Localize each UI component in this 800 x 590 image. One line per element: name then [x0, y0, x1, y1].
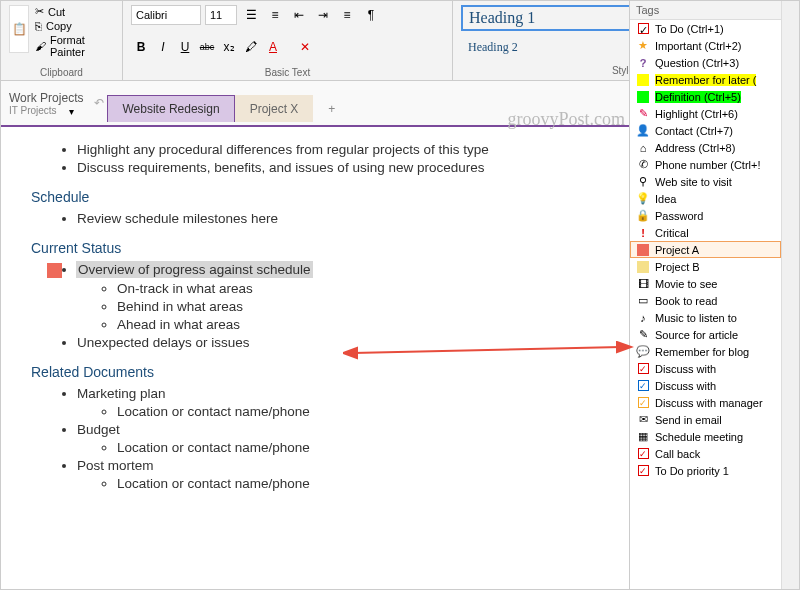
- tag-label: Contact (Ctrl+7): [655, 125, 733, 137]
- check-r-icon: ✓: [636, 362, 650, 376]
- tag-label: Question (Ctrl+3): [655, 57, 739, 69]
- tab-project-x[interactable]: Project X: [235, 95, 314, 122]
- tag-item-call-back[interactable]: ✓Call back: [630, 445, 781, 462]
- bullet-item[interactable]: Location or contact name/phone: [117, 476, 601, 491]
- bullet-item[interactable]: Marketing plan Location or contact name/…: [77, 386, 601, 419]
- bullet-item[interactable]: Post mortem Location or contact name/pho…: [77, 458, 601, 491]
- tag-item-source-for-article[interactable]: ✎Source for article: [630, 326, 781, 343]
- tag-label: Idea: [655, 193, 676, 205]
- format-painter-button[interactable]: 🖌Format Painter: [35, 34, 114, 58]
- tag-item-web-site-to-visit[interactable]: ⚲Web site to visit: [630, 173, 781, 190]
- selected-text[interactable]: Overview of progress against schedule: [76, 261, 313, 278]
- font-name-select[interactable]: Calibri: [131, 5, 201, 25]
- tag-item-contact-ctrl-7[interactable]: 👤Contact (Ctrl+7): [630, 122, 781, 139]
- subscript-button[interactable]: x₂: [219, 37, 239, 57]
- tags-list[interactable]: ✓To Do (Ctrl+1)★Important (Ctrl+2)?Quest…: [630, 20, 781, 479]
- phone-icon: ✆: [636, 158, 650, 172]
- checkbox-icon: ✓: [636, 22, 650, 36]
- chevron-down-icon: ▾: [65, 106, 78, 117]
- tag-item-music-to-listen-to[interactable]: ♪Music to listen to: [630, 309, 781, 326]
- outdent-button[interactable]: ⇤: [289, 5, 309, 25]
- tag-item-schedule-meeting[interactable]: ▦Schedule meeting: [630, 428, 781, 445]
- film-icon: 🎞: [636, 277, 650, 291]
- italic-button[interactable]: I: [153, 37, 173, 57]
- hl-yellow-icon: [636, 73, 650, 87]
- clear-format-button[interactable]: ✕: [295, 37, 315, 57]
- tag-item-remember-for-blog[interactable]: 💬Remember for blog: [630, 343, 781, 360]
- section-related-documents[interactable]: Related Documents: [31, 364, 601, 380]
- nav-back-icon[interactable]: ↶: [91, 96, 107, 110]
- cut-button[interactable]: ✂Cut: [35, 5, 114, 18]
- home-icon: ⌂: [636, 141, 650, 155]
- tag-item-project-b[interactable]: Project B: [630, 258, 781, 275]
- strike-button[interactable]: abc: [197, 37, 217, 57]
- font-color-button[interactable]: A: [263, 37, 283, 57]
- bullets-button[interactable]: ☰: [241, 5, 261, 25]
- scrollbar[interactable]: [781, 1, 799, 590]
- align-button[interactable]: ≡: [337, 5, 357, 25]
- tag-item-discuss-with-person[interactable]: ✓Discuss with: [630, 360, 781, 377]
- tag-indicator-project-a: [47, 263, 62, 278]
- basic-text-group: Calibri 11 ☰ ≡ ⇤ ⇥ ≡ ¶ B I U abc x₂ 🖍 A …: [123, 1, 453, 80]
- bullet-item[interactable]: Location or contact name/phone: [117, 440, 601, 455]
- paragraph-mark-button[interactable]: ¶: [361, 5, 381, 25]
- tag-item-highlight-ctrl-6[interactable]: ✎Highlight (Ctrl+6): [630, 105, 781, 122]
- tag-item-definition-ctrl-5[interactable]: Definition (Ctrl+5): [630, 88, 781, 105]
- bullet-item[interactable]: Budget Location or contact name/phone: [77, 422, 601, 455]
- check-r-icon: ✓: [636, 447, 650, 461]
- tag-item-project-a[interactable]: Project A: [630, 241, 781, 258]
- document-area[interactable]: Highlight any procedural differences fro…: [1, 127, 631, 587]
- bullet-item[interactable]: Ahead in what areas: [117, 317, 601, 332]
- copy-icon: ⎘: [35, 20, 42, 32]
- tag-item-phone-number-ctrl[interactable]: ✆Phone number (Ctrl+!: [630, 156, 781, 173]
- tag-item-remember-for-later[interactable]: Remember for later (: [630, 71, 781, 88]
- tag-item-discuss-with-manager[interactable]: ✓Discuss with manager: [630, 394, 781, 411]
- highlight-button[interactable]: 🖍: [241, 37, 261, 57]
- bullet-item[interactable]: Unexpected delays or issues: [77, 335, 601, 350]
- brush-icon: 🖌: [35, 40, 46, 52]
- lock-icon: 🔒: [636, 209, 650, 223]
- tab-add-button[interactable]: +: [313, 95, 343, 122]
- tab-website-redesign[interactable]: Website Redesign: [107, 95, 234, 122]
- tag-item-to-do-ctrl-1[interactable]: ✓To Do (Ctrl+1): [630, 20, 781, 37]
- book-icon: ▭: [636, 294, 650, 308]
- tag-item-important-ctrl-2[interactable]: ★Important (Ctrl+2): [630, 37, 781, 54]
- tag-label: Discuss with: [655, 363, 716, 375]
- tag-item-send-in-email[interactable]: ✉Send in email: [630, 411, 781, 428]
- tag-item-question-ctrl-3[interactable]: ?Question (Ctrl+3): [630, 54, 781, 71]
- tag-item-critical[interactable]: !Critical: [630, 224, 781, 241]
- bullet-item[interactable]: Highlight any procedural differences fro…: [77, 142, 601, 157]
- bullet-item[interactable]: Review schedule milestones here: [77, 211, 601, 226]
- paste-button[interactable]: 📋: [9, 5, 29, 53]
- notebook-title: Work Projects: [1, 89, 91, 105]
- bold-button[interactable]: B: [131, 37, 151, 57]
- section-schedule[interactable]: Schedule: [31, 189, 601, 205]
- tag-item-book-to-read[interactable]: ▭Book to read: [630, 292, 781, 309]
- font-size-select[interactable]: 11: [205, 5, 237, 25]
- tag-item-movie-to-see[interactable]: 🎞Movie to see: [630, 275, 781, 292]
- bullet-tagged-item[interactable]: Overview of progress against schedule On…: [77, 262, 601, 332]
- mail-icon: ✉: [636, 413, 650, 427]
- tag-item-password[interactable]: 🔒Password: [630, 207, 781, 224]
- underline-button[interactable]: U: [175, 37, 195, 57]
- section-current-status[interactable]: Current Status: [31, 240, 601, 256]
- tag-item-address-ctrl-8[interactable]: ⌂Address (Ctrl+8): [630, 139, 781, 156]
- numbering-button[interactable]: ≡: [265, 5, 285, 25]
- bullet-item[interactable]: Discuss requirements, benefits, and issu…: [77, 160, 601, 175]
- bullet-item[interactable]: Location or contact name/phone: [117, 404, 601, 419]
- notebook-section: IT Projects: [1, 105, 65, 118]
- copy-button[interactable]: ⎘Copy: [35, 20, 114, 32]
- tag-item-idea[interactable]: 💡Idea: [630, 190, 781, 207]
- music-icon: ♪: [636, 311, 650, 325]
- notebook-selector[interactable]: Work Projects IT Projects▾: [1, 89, 91, 118]
- indent-button[interactable]: ⇥: [313, 5, 333, 25]
- sq-yellow-icon: [636, 260, 650, 274]
- tag-label: Remember for later (: [655, 74, 756, 86]
- bang-icon: !: [636, 226, 650, 240]
- tag-label: Music to listen to: [655, 312, 737, 324]
- tag-item-discuss-with-person[interactable]: ✓Discuss with: [630, 377, 781, 394]
- tags-panel-title: Tags: [630, 1, 781, 20]
- tag-item-to-do-priority-1[interactable]: ✓To Do priority 1: [630, 462, 781, 479]
- bullet-item[interactable]: On-track in what areas: [117, 281, 601, 296]
- bullet-item[interactable]: Behind in what areas: [117, 299, 601, 314]
